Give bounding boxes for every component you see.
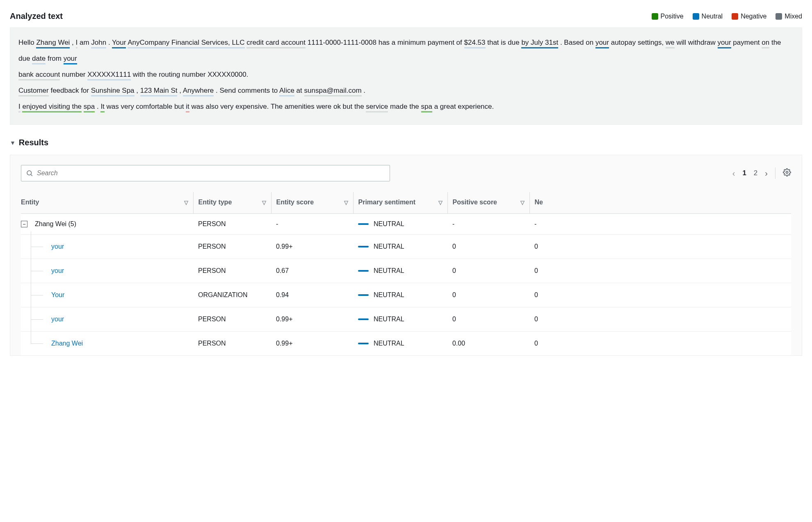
swatch-positive (652, 13, 658, 20)
tree-branch-icon (21, 314, 50, 325)
col-entity[interactable]: Entity (21, 199, 39, 206)
swatch-neutral (693, 13, 699, 20)
col-positive-score[interactable]: Positive score (453, 199, 497, 206)
results-table: Entity ▽ Entity type ▽ Entity score (21, 192, 791, 355)
swatch-mixed (776, 13, 782, 20)
col-negative-score[interactable]: Ne (535, 199, 543, 206)
col-entity-score[interactable]: Entity score (276, 199, 314, 206)
cell-negative: 0 (529, 307, 791, 332)
sort-caret-icon[interactable]: ▽ (184, 199, 188, 206)
legend-negative-label: Negative (741, 13, 766, 20)
table-row: yourPERSON0.67NEUTRAL00 (21, 259, 791, 283)
text-token: AnyCompany Financial Services, LLC (128, 39, 244, 48)
text-token: Your (112, 39, 126, 48)
cell-sentiment: NEUTRAL (358, 291, 442, 299)
legend-positive-label: Positive (661, 13, 684, 20)
cell-entity-type: PERSON (193, 235, 271, 259)
cell-positive: 0.00 (447, 332, 529, 356)
pagination: ‹ 1 2 › (732, 167, 791, 179)
cell-entity-type: PERSON (193, 214, 271, 235)
legend-neutral: Neutral (693, 13, 723, 20)
entity-link[interactable]: your (51, 267, 64, 275)
text-token: Sunshine Spa (91, 87, 135, 96)
table-row: yourPERSON0.99+NEUTRAL00 (21, 307, 791, 332)
cell-negative: 0 (529, 283, 791, 307)
analyzed-text-box: Hello Zhang Wei , I am John . Your AnyCo… (10, 27, 802, 125)
page-2[interactable]: 2 (754, 169, 757, 177)
cell-positive: 0 (447, 283, 529, 307)
text-token: sunspa@mail.com (304, 87, 362, 96)
tree-branch-icon (21, 241, 50, 252)
sort-caret-icon[interactable]: ▽ (262, 199, 266, 206)
text-token: we (666, 39, 675, 48)
cell-negative: 0 (529, 235, 791, 259)
table-row: yourPERSON0.99+NEUTRAL00 (21, 235, 791, 259)
settings-button[interactable] (783, 168, 791, 179)
analyzed-text-content: Hello Zhang Wei , I am John . Your AnyCo… (18, 34, 794, 114)
cell-negative: - (529, 214, 791, 235)
text-token: on (762, 39, 769, 48)
page-next-icon[interactable]: › (765, 169, 768, 178)
entity-link[interactable]: your (51, 243, 64, 250)
cell-sentiment: NEUTRAL (358, 220, 442, 228)
text-token: Customer (18, 87, 49, 96)
cell-sentiment: NEUTRAL (358, 267, 442, 275)
search-wrap (21, 165, 390, 181)
cell-positive: 0 (447, 235, 529, 259)
col-entity-type[interactable]: Entity type (198, 199, 232, 206)
cell-entity-score: 0.67 (271, 259, 353, 283)
tree-branch-icon (21, 290, 50, 300)
page-1[interactable]: 1 (742, 169, 746, 177)
cell-entity-score: 0.94 (271, 283, 353, 307)
entity-link[interactable]: Zhang Wei (51, 340, 83, 347)
sentiment-legend: Positive Neutral Negative Mixed (652, 13, 802, 20)
cell-negative: 0 (529, 332, 791, 356)
text-token: $24.53 (464, 39, 486, 48)
cell-positive: - (447, 214, 529, 235)
cell-sentiment: NEUTRAL (358, 316, 442, 323)
text-token: by July 31st (521, 39, 558, 48)
results-label: Results (19, 138, 48, 147)
table-row-group: −Zhang Wei (5)PERSON-NEUTRAL-- (21, 214, 791, 235)
results-toggle[interactable]: ▼ Results (10, 125, 802, 155)
group-entity-label: Zhang Wei (5) (35, 220, 76, 228)
search-input[interactable] (21, 165, 390, 181)
sort-caret-icon[interactable]: ▽ (438, 199, 442, 206)
text-token: It (100, 103, 104, 112)
sort-caret-icon[interactable]: ▽ (344, 199, 348, 206)
sort-caret-icon[interactable]: ▽ (520, 199, 525, 206)
legend-negative: Negative (732, 13, 766, 20)
legend-mixed-label: Mixed (785, 13, 802, 20)
tree-branch-icon (21, 338, 50, 349)
text-token: date (32, 55, 46, 64)
entity-link[interactable]: Your (51, 291, 64, 299)
text-token: service (366, 103, 388, 112)
svg-point-0 (27, 171, 32, 175)
page-prev-icon[interactable]: ‹ (732, 169, 735, 178)
text-token: John (91, 39, 106, 48)
table-row: Zhang WeiPERSON0.99+NEUTRAL0.000 (21, 332, 791, 356)
page-title: Analyzed text (10, 11, 63, 21)
cell-sentiment: NEUTRAL (358, 243, 442, 250)
swatch-negative (732, 13, 738, 20)
cell-negative: 0 (529, 259, 791, 283)
legend-mixed: Mixed (776, 13, 802, 20)
text-token: Zhang Wei (36, 39, 70, 48)
text-token: Alice (279, 87, 294, 96)
search-icon (26, 169, 33, 177)
legend-positive: Positive (652, 13, 684, 20)
text-token: enjoyed visiting the (22, 103, 82, 112)
cell-entity-type: PERSON (193, 332, 271, 356)
entity-link[interactable]: your (51, 316, 64, 323)
results-panel: ‹ 1 2 › Entity ▽ (10, 155, 802, 356)
table-row: YourORGANIZATION0.94NEUTRAL00 (21, 283, 791, 307)
text-token: your (595, 39, 609, 48)
results-toolbar: ‹ 1 2 › (21, 165, 791, 181)
text-token: spa (84, 103, 95, 112)
expand-collapse-icon[interactable]: − (21, 221, 27, 227)
toolbar-divider (775, 167, 776, 179)
cell-entity-type: ORGANIZATION (193, 283, 271, 307)
caret-down-icon: ▼ (10, 140, 16, 146)
text-token: credit card account (246, 39, 306, 48)
col-primary-sentiment[interactable]: Primary sentiment (358, 199, 416, 206)
